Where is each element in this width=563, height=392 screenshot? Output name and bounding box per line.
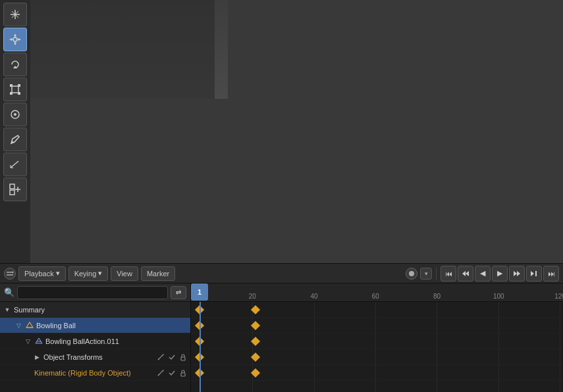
track-expand-action[interactable]: ▽ <box>23 337 32 346</box>
svg-rect-25 <box>10 184 14 189</box>
track-row-object-transforms[interactable]: ▶ Object Transforms <box>0 349 190 365</box>
keyframe-area[interactable] <box>191 302 563 392</box>
timeline-menu-icon[interactable] <box>4 268 16 280</box>
svg-point-20 <box>14 113 16 116</box>
keying-menu-button[interactable]: Keying ▾ <box>68 266 109 281</box>
track-label-bowling-ball-action: Bowling BallAction.011 <box>45 337 188 345</box>
svg-line-22 <box>11 161 18 168</box>
transforms-lock-icon[interactable] <box>178 353 188 362</box>
move-tool-button[interactable] <box>3 28 27 51</box>
svg-marker-83 <box>462 271 466 276</box>
kinematic-check-icon[interactable] <box>167 368 176 378</box>
rotate-tool-button[interactable] <box>3 53 27 76</box>
svg-rect-15 <box>10 84 13 87</box>
svg-line-93 <box>158 358 159 360</box>
transport-controls: ⏮ ◀ ▶ ⏭ <box>441 266 559 282</box>
ruler-tick-20: 20 <box>249 293 256 300</box>
playhead-line <box>200 302 201 392</box>
search-row: 🔍 ⇄ <box>0 283 190 302</box>
timeline-toolbar: Playback ▾ Keying ▾ View Marker ▾ ⏮ <box>0 264 563 283</box>
timeline-body: 🔍 ⇄ ▼ Summary ▽ Bowling <box>0 283 563 392</box>
kf-summary-20[interactable] <box>251 305 260 314</box>
track-row-bowling-ball-action[interactable]: ▽ Bowling BallAction.011 <box>0 333 190 349</box>
next-keyframe-button[interactable] <box>526 266 542 282</box>
play-button[interactable]: ▶ <box>492 266 508 282</box>
cursor-tool-button[interactable] <box>3 3 27 26</box>
jump-end-button[interactable]: ⏭ <box>543 266 559 282</box>
kf-kinematic-20[interactable] <box>251 368 260 377</box>
svg-marker-6 <box>14 34 16 36</box>
measure-tool-button[interactable] <box>3 153 27 176</box>
ruler-tick-80: 80 <box>433 293 441 300</box>
ruler[interactable]: 1 20 40 60 80 100 120 <box>191 283 563 302</box>
view-menu-button[interactable]: View <box>111 266 138 281</box>
3d-scene <box>30 0 228 99</box>
marker-menu-button[interactable]: Marker <box>141 266 175 281</box>
svg-marker-12 <box>18 38 21 41</box>
track-expand-bowling-ball[interactable]: ▽ <box>14 321 23 330</box>
kf-row-bowling-ball[interactable] <box>191 318 563 333</box>
track-icons-transforms <box>156 353 188 362</box>
track-label-object-transforms: Object Transforms <box>43 353 154 361</box>
jump-start-button[interactable]: ⏮ <box>441 266 456 282</box>
svg-marker-78 <box>30 0 215 99</box>
annotate-tool-button[interactable] <box>3 128 27 151</box>
kf-action-20[interactable] <box>251 336 260 345</box>
kf-row-summary[interactable] <box>191 302 563 318</box>
transforms-wrench-icon[interactable] <box>156 353 165 362</box>
viewport <box>0 0 563 263</box>
track-row-kinematic[interactable]: Kinematic (Rigid Body Object) <box>0 365 190 381</box>
track-row-bowling-ball[interactable]: ▽ Bowling Ball <box>0 318 190 333</box>
svg-marker-89 <box>26 322 33 328</box>
prev-frame-button[interactable]: ◀ <box>475 266 491 282</box>
kinematic-wrench-icon[interactable] <box>156 368 165 378</box>
svg-marker-87 <box>531 271 534 276</box>
track-icons-kinematic <box>156 368 188 378</box>
transforms-check-icon[interactable] <box>167 353 176 362</box>
svg-rect-18 <box>18 92 20 95</box>
svg-marker-8 <box>14 43 16 45</box>
toolbar-separator-1 <box>436 267 437 280</box>
track-label-bowling-ball: Bowling Ball <box>36 322 188 330</box>
svg-rect-28 <box>10 190 14 195</box>
kf-bowling-ball-20[interactable] <box>251 320 260 330</box>
next-frame-button[interactable] <box>509 266 525 282</box>
svg-line-95 <box>158 374 159 376</box>
ruler-tick-120: 120 <box>554 293 563 300</box>
svg-marker-85 <box>514 271 517 276</box>
svg-point-4 <box>13 37 17 41</box>
kf-row-object-transforms[interactable] <box>191 349 563 365</box>
playback-menu-button[interactable]: Playback ▾ <box>18 266 66 281</box>
playhead-type-button[interactable]: ▾ <box>420 268 432 280</box>
left-toolbar <box>0 0 30 263</box>
track-expand-transforms[interactable]: ▶ <box>32 353 41 362</box>
add-tool-button[interactable] <box>3 178 27 201</box>
track-icon-bowling-ball <box>25 321 34 330</box>
filter-button[interactable]: ⇄ <box>171 286 186 299</box>
scale-tool-button[interactable] <box>3 78 27 101</box>
svg-rect-16 <box>18 84 20 87</box>
current-frame-marker: 1 <box>191 283 208 301</box>
svg-marker-10 <box>9 38 12 41</box>
svg-marker-84 <box>466 271 469 276</box>
svg-rect-14 <box>12 86 18 93</box>
track-row-summary[interactable]: ▼ Summary <box>0 302 190 318</box>
kinematic-lock-icon[interactable] <box>178 368 188 378</box>
track-label-kinematic: Kinematic (Rigid Body Object) <box>34 369 154 377</box>
kf-row-bowling-ball-action[interactable] <box>191 333 563 349</box>
kf-transforms-20[interactable] <box>251 352 260 361</box>
transform-tool-button[interactable] <box>3 103 27 126</box>
ruler-tick-100: 100 <box>493 293 504 300</box>
track-names-panel: 🔍 ⇄ ▼ Summary ▽ Bowling <box>0 283 191 392</box>
ruler-tick-60: 60 <box>372 293 379 300</box>
playhead-circle-indicator <box>406 268 417 280</box>
prev-keyframe-button[interactable] <box>458 266 473 282</box>
track-expand-kinematic <box>23 368 32 378</box>
svg-marker-82 <box>13 271 14 274</box>
search-input[interactable] <box>17 286 168 299</box>
search-icon: 🔍 <box>4 287 14 297</box>
svg-rect-96 <box>181 373 185 376</box>
track-expand-summary[interactable]: ▼ <box>3 305 12 314</box>
kf-row-kinematic[interactable] <box>191 365 563 381</box>
track-icon-action <box>34 337 43 346</box>
